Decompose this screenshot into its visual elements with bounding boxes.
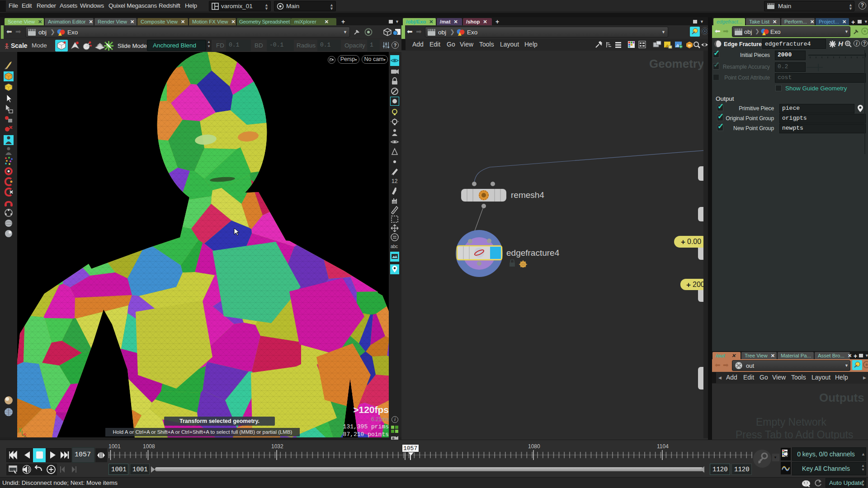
svg-text:0.00: 0.00 (687, 238, 701, 245)
svg-text:1001: 1001 (108, 444, 121, 450)
svg-text:1080: 1080 (528, 444, 540, 450)
svg-text:200: 200 (693, 281, 705, 288)
svg-text:12: 12 (392, 178, 398, 184)
svg-text:1104: 1104 (657, 444, 669, 450)
svg-text:1008: 1008 (143, 444, 155, 450)
svg-text:abc: abc (391, 244, 398, 249)
svg-text:+: + (686, 281, 691, 289)
svg-text:1032: 1032 (271, 444, 283, 450)
svg-text:+: + (681, 238, 685, 246)
